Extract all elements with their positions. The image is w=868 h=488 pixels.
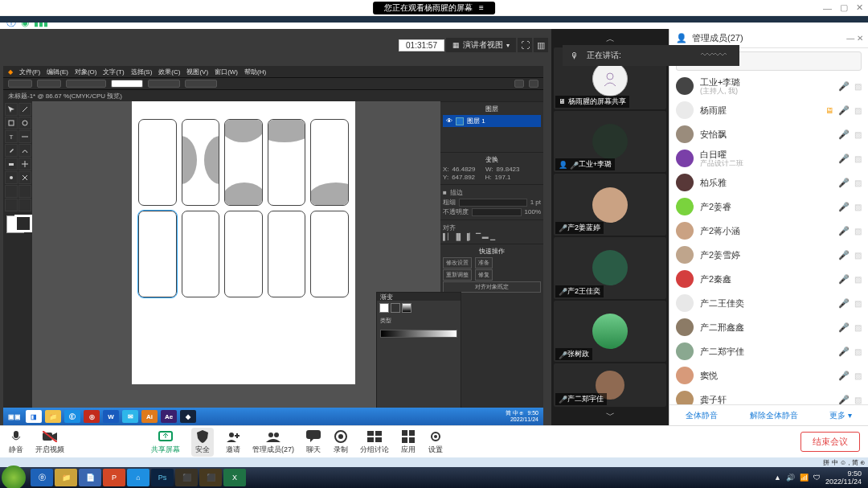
chat-button[interactable]: 聊天 [305, 429, 321, 455]
layers-panel[interactable]: 图层 👁 图层 1 [440, 101, 543, 152]
stroke-panel[interactable]: ■描边 粗细1 pt 不透明度100% [440, 184, 543, 219]
opt-chip[interactable] [148, 80, 180, 88]
manage-members-button[interactable]: 管理成员(27) [252, 429, 294, 455]
opt-chip[interactable] [185, 80, 217, 88]
participant-row[interactable]: 柏乐雅🎤▨ [669, 170, 868, 195]
taskbar-app[interactable]: ⬛ [199, 469, 222, 486]
menu-item[interactable]: 帮助(H) [244, 68, 266, 76]
participant-row[interactable]: 产二郑宇佳🎤▨ [669, 339, 868, 363]
gradient-panel[interactable]: 渐变 类型 [376, 292, 461, 416]
participant-row[interactable]: 产二王佳奕🎤▨ [669, 291, 868, 315]
settings-button[interactable]: 设置 [428, 429, 444, 455]
menu-item[interactable]: 文件(F) [19, 68, 40, 76]
system-tray[interactable]: ▲ 🔊 📶 🛡 9:50 2022/11/24 [774, 470, 866, 486]
tool[interactable] [5, 144, 18, 157]
tool[interactable] [18, 171, 31, 184]
taskbar-app[interactable]: Ps [151, 469, 174, 486]
remote-app-icon[interactable]: ▣▣ [6, 410, 23, 423]
participant-row[interactable]: 杨雨腥🖥🎤▨ [669, 98, 868, 122]
tool[interactable] [18, 117, 31, 129]
video-tile[interactable]: 🎤产2王佳奕 [554, 237, 666, 299]
tray-icon[interactable]: 📶 [800, 474, 809, 482]
participant-row[interactable]: 产2姜睿🎤▨ [669, 195, 868, 219]
record-button[interactable]: 录制 [333, 429, 349, 455]
align-panel[interactable]: 对齐 ▌▏▐▌▐▏▔▬▁ [440, 219, 543, 244]
remote-app-icon[interactable]: Ae [161, 410, 177, 423]
menu-item[interactable]: 窗口(W) [215, 68, 238, 76]
taskbar-clock[interactable]: 9:50 2022/11/24 [825, 470, 862, 486]
mute-all-button[interactable]: 全体静音 [686, 410, 718, 421]
phone-outline[interactable] [268, 119, 306, 206]
taskbar-app[interactable]: 📄 [79, 469, 101, 486]
opt-chip[interactable] [514, 80, 524, 88]
menu-item[interactable]: 视图(V) [186, 68, 208, 76]
opt-chip[interactable] [111, 80, 143, 88]
participant-row[interactable]: 工业+李璐(主持人, 我)🎤▨ [669, 74, 868, 98]
remote-app-icon[interactable]: ◨ [26, 410, 42, 423]
remote-app-icon[interactable]: Ai [141, 410, 158, 423]
tool[interactable] [18, 158, 31, 170]
participant-row[interactable]: 产2蒋小涵🎤▨ [669, 219, 868, 243]
artboard[interactable] [132, 101, 355, 384]
participants-list[interactable]: 工业+李璐(主持人, 我)🎤▨杨雨腥🖥🎤▨安怡飘🎤▨白日曜产品设计二班🎤▨柏乐雅… [669, 74, 868, 404]
breakout-button[interactable]: 分组讨论 [360, 429, 389, 455]
tool[interactable] [5, 103, 18, 116]
phone-outline[interactable] [182, 211, 220, 297]
phone-outline[interactable] [268, 211, 306, 297]
participant-row[interactable]: 窦悦🎤▨ [669, 363, 868, 388]
opt-chip[interactable] [529, 80, 538, 88]
tool[interactable] [18, 199, 31, 211]
remote-app-icon[interactable]: ✉ [122, 410, 138, 423]
phone-outline[interactable] [224, 211, 263, 297]
video-button[interactable]: 开启视频 [35, 429, 64, 455]
taskbar-app[interactable]: ⌂ [127, 469, 149, 486]
tray-icon[interactable]: ▲ [774, 474, 781, 482]
video-tile[interactable]: 👤🎤工业+李璐 [554, 111, 666, 173]
view-mode-selector[interactable]: ▦ 演讲者视图 ▾ [446, 38, 516, 52]
taskbar-app[interactable]: P [103, 469, 125, 486]
quick-actions-panel[interactable]: 快速操作 修改设置准备 重新调整修复 对齐对象既定 [440, 244, 543, 296]
menu-item[interactable]: 选择(S) [131, 68, 153, 76]
menu-item[interactable]: 效果(C) [158, 68, 180, 76]
unmute-all-button[interactable]: 解除全体静音 [750, 410, 798, 421]
taskbar-app[interactable]: 📁 [55, 469, 77, 486]
maximize-icon[interactable]: ▢ [840, 2, 848, 13]
remote-app-icon[interactable]: ◎ [84, 410, 100, 423]
video-nav-down[interactable]: ﹀ [554, 408, 666, 422]
tool[interactable] [18, 185, 31, 198]
layer-row[interactable]: 👁 图层 1 [443, 115, 541, 127]
panel-close-icon[interactable]: — ✕ [846, 34, 863, 43]
more-button[interactable]: 更多 ▾ [829, 410, 852, 421]
apps-button[interactable]: 应用 [400, 429, 416, 455]
video-tile[interactable]: 🎤张树政 [554, 301, 666, 363]
sharing-banner-menu-icon[interactable]: ≡ [479, 3, 484, 12]
taskbar-app[interactable]: ⓔ [31, 469, 53, 486]
phone-outline[interactable] [138, 119, 177, 206]
mute-button[interactable]: 静音 [8, 429, 24, 455]
remote-app-icon[interactable]: Ⓔ [64, 410, 80, 423]
tray-icon[interactable]: 🛡 [813, 474, 821, 482]
tool[interactable] [5, 117, 18, 129]
phone-outline[interactable] [310, 119, 349, 206]
ai-document-tab[interactable]: 未标题-1* @ 86.67 %(CMYK/CPU 预览) [8, 92, 122, 100]
remote-app-icon[interactable]: W [103, 410, 119, 423]
end-meeting-button[interactable]: 结束会议 [800, 432, 860, 452]
taskbar-app[interactable]: X [223, 469, 246, 486]
participant-row[interactable]: 安怡飘🎤▨ [669, 122, 868, 146]
taskbar-app[interactable]: ⬛ [175, 469, 198, 486]
participant-row[interactable]: 产2秦鑫🎤▨ [669, 267, 868, 291]
minimize-icon[interactable]: — [823, 3, 832, 13]
phone-outline[interactable] [310, 211, 349, 297]
layout-icon[interactable]: ▥ [534, 38, 548, 52]
video-nav-up[interactable]: ︿ [554, 32, 666, 46]
tray-icon[interactable]: 🔊 [786, 474, 795, 482]
invite-button[interactable]: 邀请 [225, 429, 241, 455]
participant-row[interactable]: 产2姜雪婷🎤▨ [669, 243, 868, 267]
tool[interactable] [5, 158, 18, 170]
phone-outline[interactable] [182, 119, 220, 206]
participant-row[interactable]: 产二邢鑫鑫🎤▨ [669, 315, 868, 339]
share-screen-button[interactable]: 共享屏幕 [151, 429, 180, 455]
opt-chip[interactable] [66, 80, 106, 88]
stroke-swatch[interactable] [14, 215, 32, 232]
opt-chip[interactable] [37, 80, 61, 88]
